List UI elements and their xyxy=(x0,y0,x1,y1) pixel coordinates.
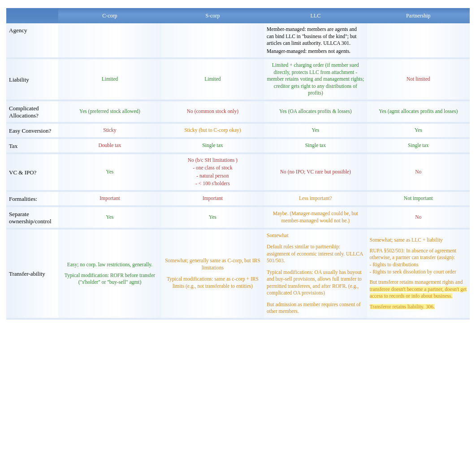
vc-s-line1: No (b/c SH limitations ) xyxy=(164,157,261,164)
col-partnership: Partnership xyxy=(367,8,470,23)
vc-s-line4: - < 100 s'holders xyxy=(164,180,261,187)
row-tax: Tax Double tax Single tax Single tax Sin… xyxy=(6,139,470,152)
row-vc-ipo: VC & IPO? Yes No (b/c SH limitations ) -… xyxy=(6,154,470,190)
col-s-corp: S-corp xyxy=(161,8,264,23)
rowhead-agency: Agency xyxy=(6,23,58,57)
vc-s-line3: - natural person xyxy=(164,173,261,180)
cell-form-llc: Less important? xyxy=(264,192,367,205)
cell-form-p: Not important xyxy=(367,192,470,205)
row-separation: Separate ownership/control Yes Yes Maybe… xyxy=(6,207,470,228)
rowhead-tax: Tax xyxy=(6,139,58,152)
transfer-s-line1: Somewhat; generally same as C-corp, but … xyxy=(164,257,261,271)
cell-tax-s: Single tax xyxy=(161,139,264,152)
agency-llc-line2: Manager-managed: members not agents. xyxy=(267,48,364,55)
transfer-p-line4: - Rights to seek dissolution by court or… xyxy=(370,269,467,276)
cell-form-c: Important xyxy=(58,192,161,205)
entity-comparison-table: C-corp S-corp LLC Partnership Agency Mem… xyxy=(6,8,470,320)
cell-agency-p xyxy=(367,23,470,57)
cell-transfer-llc: Somewhat Default rules similar to partne… xyxy=(264,230,367,318)
cell-sep-llc: Maybe. (Manager-managed could be, but me… xyxy=(264,207,367,228)
transfer-p-line2: RUPA §502/503: In absence of agreement o… xyxy=(370,247,467,261)
agency-llc-line1: Member-managed: members are agents and c… xyxy=(267,26,364,47)
rowhead-liability: Liability xyxy=(6,59,58,100)
row-formalities: Formalities: Important Important Less im… xyxy=(6,192,470,205)
rowhead-conversion: Easy Conversion? xyxy=(6,124,58,137)
transfer-p-line3: - Rights to distributions xyxy=(370,261,467,269)
col-c-corp: C-corp xyxy=(58,8,161,23)
cell-vc-c: Yes xyxy=(58,154,161,190)
transfer-c-line2: Typical modification: ROFR before transf… xyxy=(61,272,158,286)
transfer-p-highlight1: transferee doesn't become a partner, doe… xyxy=(370,286,467,293)
rowhead-vc-ipo: VC & IPO? xyxy=(6,154,58,190)
cell-liability-llc: Limited + charging order (if member sued… xyxy=(264,59,367,100)
transfer-c-line1: Easy; no corp. law restrictions, general… xyxy=(61,261,158,269)
header-blank xyxy=(6,8,58,23)
cell-tax-p: Single tax xyxy=(367,139,470,152)
row-agency: Agency Member-managed: members are agent… xyxy=(6,23,470,57)
transfer-s-line2: Typical modifications: same as c-corp + … xyxy=(164,276,261,290)
cell-vc-llc: No (no IPO; VC rare but possible) xyxy=(264,154,367,190)
cell-alloc-p: Yes (agmt allocates profits and losses) xyxy=(367,101,470,122)
cell-vc-p: No xyxy=(367,154,470,190)
table-header-row: C-corp S-corp LLC Partnership xyxy=(6,8,470,23)
transfer-llc-line1: Somewhat xyxy=(267,232,364,239)
row-transferability: Transfer-ability Easy; no corp. law rest… xyxy=(6,230,470,318)
row-conversion: Easy Conversion? Sticky Sticky (but to C… xyxy=(6,124,470,137)
cell-liability-p: Not limited xyxy=(367,59,470,100)
cell-sep-s: Yes xyxy=(161,207,264,228)
cell-sep-p: No xyxy=(367,207,470,228)
rowhead-separation: Separate ownership/control xyxy=(6,207,58,228)
cell-transfer-s: Somewhat; generally same as C-corp, but … xyxy=(161,230,264,318)
cell-transfer-p: Somewhat; same as LLC + liability RUPA §… xyxy=(367,230,470,318)
cell-conv-c: Sticky xyxy=(58,124,161,137)
row-liability: Liability Limited Limited Limited + char… xyxy=(6,59,470,100)
vc-s-line2: - one class of stock xyxy=(164,165,261,172)
transfer-llc-line4: But admission as member requires consent… xyxy=(267,301,364,315)
cell-liability-s: Limited xyxy=(161,59,264,100)
cell-alloc-c: Yes (preferred stock allowed) xyxy=(58,101,161,122)
cell-agency-s xyxy=(161,23,264,57)
transfer-llc-line2: Default rules similar to partnership: as… xyxy=(267,243,364,265)
cell-vc-s: No (b/c SH limitations ) - one class of … xyxy=(161,154,264,190)
rowhead-allocations: Complicated Allocations? xyxy=(6,101,58,122)
cell-conv-s: Sticky (but to C-corp okay) xyxy=(161,124,264,137)
cell-transfer-c: Easy; no corp. law restrictions, general… xyxy=(58,230,161,318)
cell-agency-llc: Member-managed: members are agents and c… xyxy=(264,23,367,57)
comparison-table-page: C-corp S-corp LLC Partnership Agency Mem… xyxy=(0,0,476,320)
cell-sep-c: Yes xyxy=(58,207,161,228)
cell-alloc-s: No (common stock only) xyxy=(161,101,264,122)
cell-alloc-llc: Yes (OA allocates profits & losses) xyxy=(264,101,367,122)
cell-form-s: Important xyxy=(161,192,264,205)
transfer-p-line5: But transferor retains management rights… xyxy=(370,279,467,286)
transfer-p-line1: Somewhat; same as LLC + liability xyxy=(370,237,467,244)
transfer-llc-line3: Typical modifications: OA usually has bu… xyxy=(267,269,364,297)
col-llc: LLC xyxy=(264,8,367,23)
cell-liability-c: Limited xyxy=(58,59,161,100)
cell-tax-llc: Single tax xyxy=(264,139,367,152)
cell-agency-c xyxy=(58,23,161,57)
cell-conv-llc: Yes xyxy=(264,124,367,137)
transfer-p-highlight2: access to records or info about business… xyxy=(370,293,467,300)
rowhead-formalities: Formalities: xyxy=(6,192,58,205)
rowhead-transferability: Transfer-ability xyxy=(6,230,58,318)
cell-tax-c: Double tax xyxy=(58,139,161,152)
cell-conv-p: Yes xyxy=(367,124,470,137)
transfer-p-highlight3: Transferor retains liability. 306. xyxy=(370,304,467,311)
row-allocations: Complicated Allocations? Yes (preferred … xyxy=(6,101,470,122)
